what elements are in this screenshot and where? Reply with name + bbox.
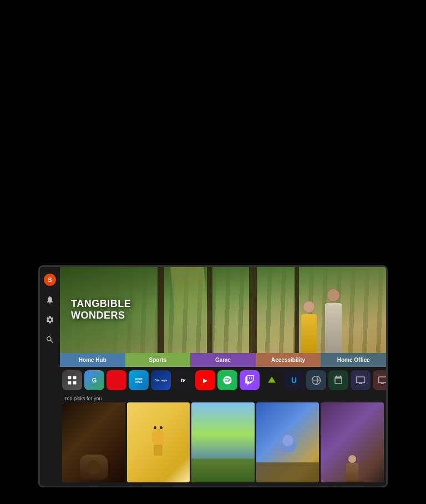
tab-home-hub[interactable]: Home Hub — [60, 353, 125, 367]
thumbnail-4[interactable] — [256, 402, 320, 482]
thumbnails-row — [60, 402, 386, 486]
apps-icon[interactable] — [62, 370, 82, 390]
tab-game[interactable]: Game — [190, 353, 256, 367]
thumbnail-1[interactable] — [62, 402, 125, 482]
thumbnail-3[interactable] — [191, 402, 255, 482]
thumbnail-5[interactable] — [321, 402, 384, 482]
svg-rect-0 — [68, 376, 72, 380]
apple-tv-icon[interactable]: tv — [173, 370, 193, 390]
app-row: G N primevideo Disney+ tv ▶ — [60, 367, 386, 394]
category-tabs: Home Hub Sports Game Accessibility Home … — [60, 353, 386, 367]
twitch-icon[interactable] — [240, 370, 260, 390]
google-tv-icon[interactable]: G — [84, 370, 104, 390]
youtube-icon[interactable]: ▶ — [195, 370, 215, 390]
spotify-icon[interactable] — [217, 370, 237, 390]
display-icon[interactable] — [351, 370, 371, 390]
thumbnail-2[interactable] — [127, 402, 190, 482]
tab-sports[interactable]: Sports — [125, 353, 191, 367]
svg-rect-1 — [73, 376, 77, 380]
profile-icon[interactable]: S — [44, 274, 56, 286]
svg-rect-2 — [68, 381, 72, 385]
geforce-now-icon[interactable] — [262, 370, 282, 390]
hero-banner[interactable]: TANGBIBLE WONDERS — [60, 267, 386, 353]
tab-home-office[interactable]: Home Office — [321, 353, 386, 367]
tab-accessibility[interactable]: Accessibility — [256, 353, 321, 367]
sidebar: S — [40, 267, 60, 486]
hero-title: TANGBIBLE WONDERS — [71, 298, 131, 322]
notification-icon[interactable] — [44, 294, 56, 306]
settings-icon[interactable] — [44, 314, 56, 326]
tv-icon[interactable] — [373, 370, 386, 390]
prime-video-icon[interactable]: primevideo — [129, 370, 149, 390]
svg-rect-3 — [73, 381, 77, 385]
netflix-icon[interactable]: N — [106, 370, 126, 390]
disney-plus-icon[interactable]: Disney+ — [151, 370, 171, 390]
main-content: TANGBIBLE WONDERS Home Hub Sports — [60, 267, 386, 486]
browser-icon[interactable] — [306, 370, 326, 390]
utomik-icon[interactable]: U — [284, 370, 304, 390]
top-picks-label: Top picks for you — [60, 394, 386, 402]
svg-marker-4 — [268, 377, 276, 383]
tv-screen: S TANGBIBLE — [38, 265, 388, 487]
calendar-icon[interactable] — [328, 370, 348, 390]
search-icon[interactable] — [44, 334, 56, 346]
